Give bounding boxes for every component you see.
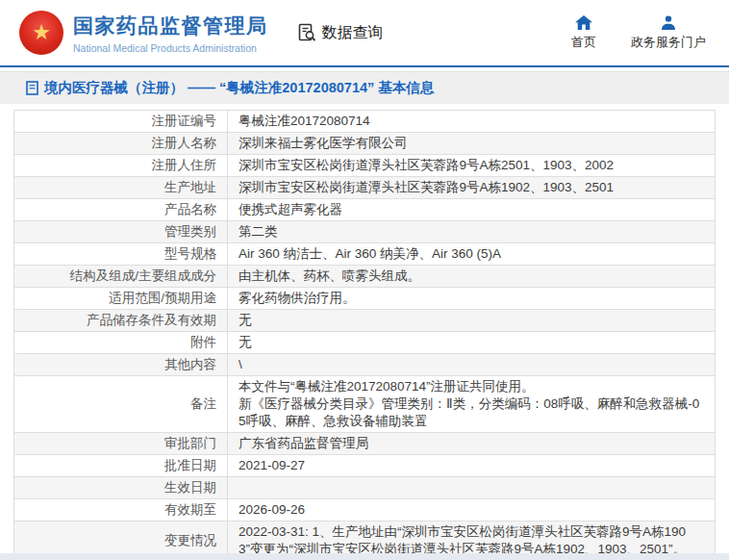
table-row: 批准日期2021-09-27 — [14, 455, 716, 477]
row-value: 第二类 — [228, 221, 716, 243]
row-label: 注册人名称 — [14, 133, 228, 155]
row-label: 其他内容 — [14, 354, 228, 376]
row-value: 2021-09-27 — [228, 455, 716, 477]
row-label: 附件 — [14, 332, 228, 354]
nav-item-portal[interactable]: 政务服务门户 — [631, 15, 706, 51]
row-value: 粤械注准20172080714 — [228, 111, 716, 133]
table-row: 有效期至2026-09-26 — [14, 499, 716, 522]
row-value: 深圳来福士雾化医学有限公司 — [228, 133, 716, 155]
row-label: 适用范围/预期用途 — [14, 288, 228, 310]
header: ★ 国家药品监督管理局 National Medical Products Ad… — [0, 0, 729, 67]
row-label: 生产地址 — [14, 177, 228, 199]
table-row: 审批部门广东省药品监督管理局 — [14, 433, 716, 455]
row-label: 注册人住所 — [14, 155, 228, 177]
row-value: \ — [228, 354, 716, 376]
row-value: 便携式超声雾化器 — [228, 199, 716, 221]
table-row: 产品名称便携式超声雾化器 — [14, 199, 716, 221]
site-subtitle: National Medical Products Administration — [73, 42, 268, 54]
breadcrumb: 境内医疗器械（注册） —— “粤械注准20172080714” 基本信息 — [44, 79, 434, 97]
national-emblem-icon: ★ — [19, 11, 63, 55]
document-icon — [26, 81, 38, 95]
row-value — [228, 477, 716, 499]
table-row: 生产地址深圳市宝安区松岗街道潭头社区芙蓉路9号A栋1902、1903、2501 — [14, 177, 716, 199]
row-label: 备注 — [14, 376, 228, 433]
table-row: 结构及组成/主要组成成分由主机体、药杯、喷雾头组成。 — [14, 266, 716, 288]
row-value: 由主机体、药杯、喷雾头组成。 — [228, 266, 716, 288]
row-label: 生效日期 — [14, 477, 228, 499]
document-search-icon — [297, 23, 317, 43]
table-row: 注册人名称深圳来福士雾化医学有限公司 — [14, 133, 716, 155]
bottom-strip — [0, 553, 729, 560]
table-row: 适用范围/预期用途雾化药物供治疗用。 — [14, 288, 716, 310]
row-value: 无 — [228, 310, 716, 332]
table-row: 生效日期 — [14, 477, 716, 499]
row-label: 有效期至 — [14, 499, 228, 522]
home-icon — [575, 15, 592, 30]
row-value: 雾化药物供治疗用。 — [228, 288, 716, 310]
row-value: 深圳市宝安区松岗街道潭头社区芙蓉路9号A栋1902、1903、2501 — [228, 177, 716, 199]
site-logo[interactable]: ★ 国家药品监督管理局 National Medical Products Ad… — [19, 11, 268, 55]
row-value: 广东省药品监督管理局 — [228, 433, 716, 455]
table-row: 其他内容\ — [14, 354, 716, 376]
nav-item-label: 政务服务门户 — [631, 34, 706, 51]
site-name-block: 国家药品监督管理局 National Medical Products Admi… — [73, 13, 268, 54]
row-label: 型号规格 — [14, 243, 228, 266]
row-label: 批准日期 — [14, 455, 228, 477]
row-label: 注册证编号 — [14, 111, 228, 133]
registration-info-table: 注册证编号粤械注准20172080714注册人名称深圳来福士雾化医学有限公司注册… — [13, 110, 716, 560]
row-value: Air 360 纳洁士、Air 360 纳美净、Air 360 (5)A — [228, 243, 716, 266]
nav-item-home[interactable]: 首页 — [571, 15, 596, 51]
breadcrumb-bar: 境内医疗器械（注册） —— “粤械注准20172080714” 基本信息 — [0, 71, 729, 104]
table-row: 管理类别第二类 — [14, 221, 716, 243]
info-table-body: 注册证编号粤械注准20172080714注册人名称深圳来福士雾化医学有限公司注册… — [14, 111, 716, 560]
row-label: 产品名称 — [14, 199, 228, 221]
table-row: 产品储存条件及有效期无 — [14, 310, 716, 332]
table-row: 备注本文件与“粤械注准20172080714”注册证共同使用。 新《医疗器械分类… — [14, 376, 716, 433]
row-value: 2026-09-26 — [228, 499, 716, 522]
table-row: 注册人住所深圳市宝安区松岗街道潭头社区芙蓉路9号A栋2501、1903、2002 — [14, 155, 716, 177]
data-query-button[interactable]: 数据查询 — [297, 23, 384, 43]
row-label: 管理类别 — [14, 221, 228, 243]
row-value: 本文件与“粤械注准20172080714”注册证共同使用。 新《医疗器械分类目录… — [228, 376, 716, 433]
table-row: 附件无 — [14, 332, 716, 354]
data-query-label: 数据查询 — [322, 23, 384, 43]
user-icon — [661, 15, 676, 30]
table-row: 注册证编号粤械注准20172080714 — [14, 111, 716, 133]
site-title: 国家药品监督管理局 — [73, 13, 268, 39]
nav-item-label: 首页 — [571, 34, 596, 51]
row-value: 无 — [228, 332, 716, 354]
row-label: 结构及组成/主要组成成分 — [14, 266, 228, 288]
top-nav: 首页 政务服务门户 — [571, 15, 714, 51]
row-label: 产品储存条件及有效期 — [14, 310, 228, 332]
row-label: 审批部门 — [14, 433, 228, 455]
table-row: 型号规格Air 360 纳洁士、Air 360 纳美净、Air 360 (5)A — [14, 243, 716, 266]
row-value: 深圳市宝安区松岗街道潭头社区芙蓉路9号A栋2501、1903、2002 — [228, 155, 716, 177]
